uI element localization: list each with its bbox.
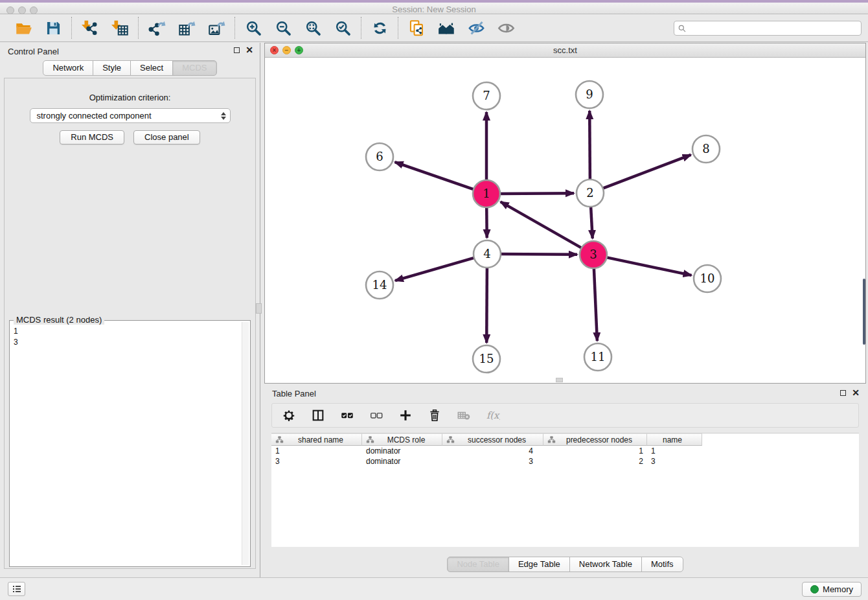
network-window-titlebar[interactable]: × − + scc.txt <box>265 43 865 58</box>
home-button[interactable] <box>437 18 456 38</box>
graph-node-label: 1 <box>483 187 490 200</box>
graph-node-6[interactable]: 6 <box>366 143 393 170</box>
zoom-out-icon <box>275 19 292 37</box>
deselect-all-button[interactable] <box>369 408 384 423</box>
table-cell[interactable]: 3 <box>647 456 702 467</box>
table-cell[interactable]: 3 <box>271 456 362 467</box>
zoom-in-button[interactable] <box>244 18 263 38</box>
search-input[interactable] <box>687 22 861 34</box>
open-session-button[interactable] <box>14 18 33 38</box>
vertical-splitter-handle[interactable] <box>256 303 262 314</box>
table-header-row: shared nameMCDS rolesuccessor nodesprede… <box>271 433 859 446</box>
graph-node-4[interactable]: 4 <box>474 240 501 268</box>
graph-edge-1-2[interactable] <box>499 193 574 194</box>
memory-button[interactable]: Memory <box>802 582 862 597</box>
graph-node-14[interactable]: 14 <box>366 271 393 299</box>
graph-edge-4-14[interactable] <box>395 257 475 281</box>
graph-edge-4-15[interactable] <box>486 266 487 343</box>
column-header-shared-name[interactable]: shared name <box>271 433 362 446</box>
graph-node-9[interactable]: 9 <box>576 81 603 108</box>
graph-edge-1-4[interactable] <box>486 206 487 238</box>
show-columns-button[interactable] <box>310 408 326 423</box>
optimization-criterion-select[interactable]: strongly connected component <box>30 108 231 123</box>
zoom-fit-button[interactable] <box>303 18 323 38</box>
table-row[interactable]: 3dominator323 <box>271 456 859 467</box>
export-table-button[interactable] <box>177 18 196 38</box>
table-cell[interactable]: 1 <box>543 446 647 456</box>
refresh-layout-button[interactable] <box>370 18 389 38</box>
tab-style[interactable]: Style <box>93 60 131 76</box>
result-scrollbar[interactable] <box>242 322 249 565</box>
table-float-panel-icon[interactable] <box>840 390 846 396</box>
table-cell[interactable]: 2 <box>543 456 647 467</box>
mcds-result-text[interactable]: 1 3 <box>12 323 241 564</box>
network-graph: 7968124314101511 <box>265 58 865 383</box>
delete-table-icon <box>457 408 471 422</box>
add-column-button[interactable] <box>398 408 413 423</box>
save-session-button[interactable] <box>43 18 63 38</box>
graph-edge-3-10[interactable] <box>606 257 692 275</box>
export-image-button[interactable] <box>207 18 226 38</box>
table-cell[interactable]: 3 <box>442 456 543 467</box>
zoom-out-button[interactable] <box>273 18 293 38</box>
graph-node-7[interactable]: 7 <box>473 82 500 110</box>
tab-mcds[interactable]: MCDS <box>172 60 216 76</box>
horizontal-splitter-handle[interactable] <box>556 378 563 382</box>
graph-edge-3-11[interactable] <box>594 267 597 341</box>
tab-edge-table[interactable]: Edge Table <box>508 557 570 572</box>
close-panel-icon[interactable]: ✕ <box>246 46 253 54</box>
task-history-button[interactable] <box>8 582 25 596</box>
table-row[interactable]: 1dominator411 <box>271 446 859 456</box>
table-cell[interactable]: 1 <box>647 446 702 456</box>
table-cell[interactable]: dominator <box>362 446 442 456</box>
select-all-button[interactable] <box>339 408 355 423</box>
main-toolbar <box>0 14 868 42</box>
graph-edge-1-6[interactable] <box>395 162 475 190</box>
search-box[interactable] <box>674 21 862 36</box>
network-canvas[interactable]: 7968124314101511 <box>265 58 865 383</box>
import-network-button[interactable] <box>80 18 100 38</box>
graph-node-3[interactable]: 3 <box>580 241 607 268</box>
graph-node-15[interactable]: 15 <box>473 345 500 373</box>
graph-edge-2-8[interactable] <box>602 155 691 189</box>
duplicate-network-button[interactable] <box>407 18 426 38</box>
tab-select[interactable]: Select <box>130 60 173 76</box>
optimization-criterion-value: strongly connected component <box>37 111 221 121</box>
delete-column-button[interactable] <box>427 408 442 423</box>
import-table-button[interactable] <box>110 18 130 38</box>
graph-node-1[interactable]: 1 <box>473 180 500 207</box>
graph-node-11[interactable]: 11 <box>584 343 611 371</box>
tab-network[interactable]: Network <box>43 60 93 76</box>
export-network-button[interactable] <box>147 18 166 38</box>
tab-node-table[interactable]: Node Table <box>447 557 509 572</box>
hide-graphics-details-button[interactable] <box>466 18 486 38</box>
table-cell[interactable]: dominator <box>362 456 442 467</box>
graph-node-10[interactable]: 10 <box>694 265 721 292</box>
graph-edge-2-3[interactable] <box>591 205 593 238</box>
graph-edge-3-1[interactable] <box>501 202 583 248</box>
table-cell[interactable]: 4 <box>442 446 543 456</box>
table-toolbar: f(x) <box>271 403 859 428</box>
gear-button[interactable] <box>281 408 297 423</box>
birdseye-view-button[interactable] <box>496 18 516 38</box>
table-close-panel-icon[interactable]: ✕ <box>852 389 860 397</box>
float-panel-icon[interactable] <box>234 47 240 53</box>
close-panel-button[interactable]: Close panel <box>133 130 200 144</box>
table-cell[interactable]: 1 <box>271 446 362 456</box>
table-panel: Table Panel ✕ f(x) shared nameMCDS roles… <box>264 385 866 577</box>
zoom-selected-button[interactable] <box>333 18 352 38</box>
graph-node-2[interactable]: 2 <box>577 179 604 207</box>
column-header-MCDS-role[interactable]: MCDS role <box>362 433 442 446</box>
column-header-successor-nodes[interactable]: successor nodes <box>442 433 543 446</box>
tab-motifs[interactable]: Motifs <box>641 557 683 572</box>
graph-edge-2-9[interactable] <box>589 111 590 181</box>
tab-network-table[interactable]: Network Table <box>569 557 642 572</box>
graph-node-8[interactable]: 8 <box>692 135 720 163</box>
run-mcds-button[interactable]: Run MCDS <box>60 130 124 144</box>
graph-edge-4-3[interactable] <box>499 254 577 255</box>
column-header-predecessor-nodes[interactable]: predecessor nodes <box>543 433 647 446</box>
optimization-criterion-label: Optimization criterion: <box>5 93 255 102</box>
column-header-name[interactable]: name <box>647 433 702 446</box>
canvas-scrollbar-thumb[interactable] <box>863 279 865 345</box>
table-panel-tabs: Node TableEdge TableNetwork TableMotifs <box>264 557 866 572</box>
